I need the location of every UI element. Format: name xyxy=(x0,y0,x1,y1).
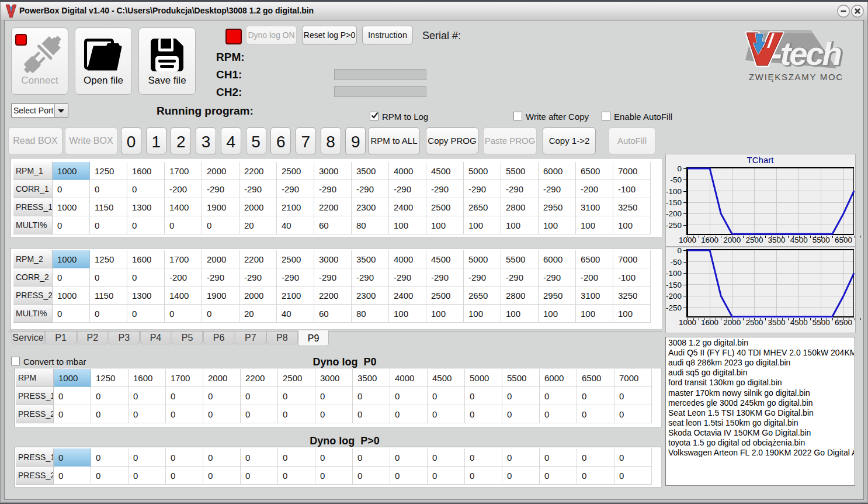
svg-text:5500: 5500 xyxy=(813,236,830,244)
svg-text:3500: 3500 xyxy=(768,318,786,327)
svg-text:1000: 1000 xyxy=(679,318,696,327)
svg-text:3500: 3500 xyxy=(768,236,786,244)
svg-text:6500: 6500 xyxy=(835,236,852,244)
svg-text:-150: -150 xyxy=(666,198,682,207)
svg-text:6500: 6500 xyxy=(835,318,852,327)
svg-text:-100: -100 xyxy=(666,187,682,196)
svg-text:4500: 4500 xyxy=(790,236,808,244)
svg-text:2000: 2000 xyxy=(723,236,741,244)
svg-text:-150: -150 xyxy=(666,281,682,289)
svg-text:1600: 1600 xyxy=(701,236,718,244)
svg-text:-100: -100 xyxy=(666,269,682,278)
svg-text:2000: 2000 xyxy=(723,318,741,327)
svg-text:-200: -200 xyxy=(666,209,682,218)
svg-text:0: 0 xyxy=(677,246,682,255)
svg-text:-tech: -tech xyxy=(771,35,841,72)
svg-text:TChart: TChart xyxy=(747,155,775,165)
svg-text:1000: 1000 xyxy=(679,236,696,244)
svg-text:4500: 4500 xyxy=(790,318,808,327)
svg-text:0: 0 xyxy=(677,164,682,173)
svg-text:1600: 1600 xyxy=(701,318,718,327)
svg-text:-200: -200 xyxy=(666,292,682,301)
svg-text:-50: -50 xyxy=(670,175,682,184)
svg-text:-50: -50 xyxy=(670,258,682,267)
svg-text:2500: 2500 xyxy=(745,318,763,327)
svg-text:-250: -250 xyxy=(666,221,682,230)
svg-text:2500: 2500 xyxy=(745,236,763,244)
svg-text:5500: 5500 xyxy=(813,318,830,327)
svg-text:-250: -250 xyxy=(666,303,682,312)
